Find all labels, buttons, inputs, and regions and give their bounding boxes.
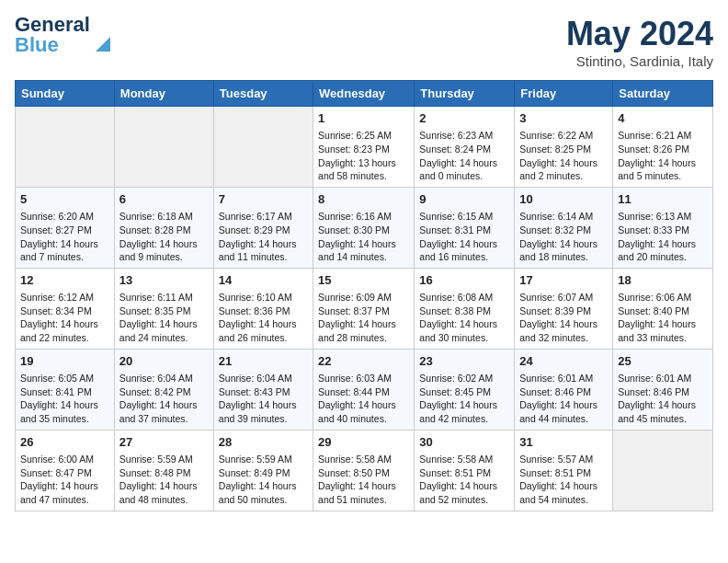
calendar-day-cell: 29Sunrise: 5:58 AMSunset: 8:50 PMDayligh… [313,430,415,511]
day-content: Sunrise: 6:03 AM [318,372,409,385]
day-content: Daylight: 14 hours and 39 minutes. [219,398,308,425]
day-number: 12 [20,272,109,289]
day-number: 24 [519,353,608,370]
calendar-day-cell: 12Sunrise: 6:12 AMSunset: 8:34 PMDayligh… [16,268,115,349]
day-content: Daylight: 14 hours and 5 minutes. [618,156,708,183]
day-number: 22 [318,353,409,370]
day-number: 5 [20,191,109,208]
day-number: 29 [318,434,409,451]
day-number: 25 [618,353,708,370]
day-content: Sunset: 8:51 PM [419,466,509,480]
svg-marker-0 [96,37,110,52]
calendar-table: SundayMondayTuesdayWednesdayThursdayFrid… [15,80,713,511]
day-number: 17 [519,272,608,289]
day-content: Sunset: 8:48 PM [119,466,209,480]
day-content: Sunrise: 6:23 AM [419,129,509,143]
day-content: Sunrise: 6:04 AM [119,372,209,385]
calendar-header-cell: Wednesday [313,81,415,107]
day-content: Sunrise: 6:09 AM [318,291,409,304]
calendar-day-cell [213,107,313,188]
day-content: Daylight: 14 hours and 18 minutes. [519,237,608,264]
day-number: 21 [219,353,308,370]
day-content: Daylight: 14 hours and 52 minutes. [419,479,509,506]
calendar-day-cell: 1Sunrise: 6:25 AMSunset: 8:23 PMDaylight… [313,107,415,188]
calendar-day-cell: 13Sunrise: 6:11 AMSunset: 8:35 PMDayligh… [114,268,213,349]
day-content: Sunset: 8:40 PM [618,304,708,318]
calendar-day-cell: 26Sunrise: 6:00 AMSunset: 8:47 PMDayligh… [16,430,115,511]
day-content: Daylight: 14 hours and 37 minutes. [119,398,209,425]
day-content: Sunset: 8:32 PM [519,224,608,237]
day-content: Daylight: 14 hours and 9 minutes. [119,237,209,264]
day-content: Sunset: 8:49 PM [219,466,308,480]
day-content: Sunrise: 6:20 AM [20,210,109,224]
day-content: Daylight: 14 hours and 35 minutes. [20,398,109,425]
calendar-day-cell [114,107,213,188]
calendar-day-cell: 15Sunrise: 6:09 AMSunset: 8:37 PMDayligh… [313,268,415,349]
calendar-week-row: 1Sunrise: 6:25 AMSunset: 8:23 PMDaylight… [16,107,713,188]
day-number: 31 [519,434,608,451]
calendar-day-cell [16,107,115,188]
day-content: Sunrise: 6:02 AM [419,372,509,385]
calendar-day-cell: 9Sunrise: 6:15 AMSunset: 8:31 PMDaylight… [415,187,515,268]
calendar-day-cell: 24Sunrise: 6:01 AMSunset: 8:46 PMDayligh… [515,349,613,430]
calendar-day-cell: 28Sunrise: 5:59 AMSunset: 8:49 PMDayligh… [213,430,313,511]
day-content: Daylight: 14 hours and 14 minutes. [318,237,409,264]
day-content: Daylight: 14 hours and 22 minutes. [20,317,109,344]
calendar-day-cell: 17Sunrise: 6:07 AMSunset: 8:39 PMDayligh… [515,268,613,349]
logo: GeneralBlue [15,15,112,55]
day-number: 6 [119,191,209,208]
day-content: Sunrise: 6:15 AM [419,210,509,224]
day-content: Sunrise: 6:17 AM [219,210,308,224]
day-content: Daylight: 14 hours and 45 minutes. [618,398,708,425]
calendar-day-cell: 16Sunrise: 6:08 AMSunset: 8:38 PMDayligh… [415,268,515,349]
calendar-week-row: 19Sunrise: 6:05 AMSunset: 8:41 PMDayligh… [16,349,713,430]
calendar-day-cell: 10Sunrise: 6:14 AMSunset: 8:32 PMDayligh… [515,187,613,268]
calendar-day-cell: 2Sunrise: 6:23 AMSunset: 8:24 PMDaylight… [415,107,515,188]
day-number: 15 [318,272,409,289]
day-content: Sunset: 8:30 PM [318,224,409,237]
day-content: Sunset: 8:33 PM [618,224,708,237]
calendar-day-cell [613,430,713,511]
day-content: Daylight: 14 hours and 20 minutes. [618,237,708,264]
day-content: Sunrise: 6:21 AM [618,129,708,143]
calendar-day-cell: 5Sunrise: 6:20 AMSunset: 8:27 PMDaylight… [16,187,115,268]
day-number: 7 [219,191,308,208]
day-content: Sunrise: 6:22 AM [519,129,608,143]
day-content: Sunrise: 5:57 AM [519,453,608,466]
calendar-day-cell: 8Sunrise: 6:16 AMSunset: 8:30 PMDaylight… [313,187,415,268]
calendar-day-cell: 14Sunrise: 6:10 AMSunset: 8:36 PMDayligh… [213,268,313,349]
day-content: Daylight: 14 hours and 44 minutes. [519,398,608,425]
day-number: 30 [419,434,509,451]
day-content: Sunrise: 6:08 AM [419,291,509,304]
day-content: Daylight: 14 hours and 11 minutes. [219,237,308,264]
day-content: Sunrise: 6:10 AM [219,291,308,304]
day-content: Daylight: 14 hours and 50 minutes. [219,479,308,506]
day-content: Daylight: 14 hours and 42 minutes. [419,398,509,425]
logo-text: GeneralBlue [15,15,90,55]
calendar-day-cell: 4Sunrise: 6:21 AMSunset: 8:26 PMDaylight… [613,107,713,188]
title-block: May 2024 Stintino, Sardinia, Italy [566,15,713,69]
day-number: 16 [419,272,509,289]
day-number: 4 [618,110,708,127]
day-content: Sunset: 8:29 PM [219,224,308,237]
day-content: Sunset: 8:41 PM [20,385,109,399]
day-content: Sunset: 8:36 PM [219,304,308,318]
day-number: 1 [318,110,409,127]
day-content: Sunrise: 6:01 AM [618,372,708,385]
day-number: 28 [219,434,308,451]
calendar-day-cell: 7Sunrise: 6:17 AMSunset: 8:29 PMDaylight… [213,187,313,268]
day-content: Daylight: 14 hours and 2 minutes. [519,156,608,183]
day-content: Sunrise: 6:14 AM [519,210,608,224]
calendar-day-cell: 25Sunrise: 6:01 AMSunset: 8:46 PMDayligh… [613,349,713,430]
calendar-day-cell: 18Sunrise: 6:06 AMSunset: 8:40 PMDayligh… [613,268,713,349]
day-content: Daylight: 14 hours and 24 minutes. [119,317,209,344]
day-content: Sunset: 8:37 PM [318,304,409,318]
day-content: Sunset: 8:46 PM [519,385,608,399]
day-content: Daylight: 14 hours and 30 minutes. [419,317,509,344]
day-content: Daylight: 14 hours and 51 minutes. [318,479,409,506]
calendar-day-cell: 27Sunrise: 5:59 AMSunset: 8:48 PMDayligh… [114,430,213,511]
calendar-day-cell: 22Sunrise: 6:03 AMSunset: 8:44 PMDayligh… [313,349,415,430]
day-content: Sunset: 8:50 PM [318,466,409,480]
day-content: Sunset: 8:44 PM [318,385,409,399]
day-content: Daylight: 14 hours and 33 minutes. [618,317,708,344]
